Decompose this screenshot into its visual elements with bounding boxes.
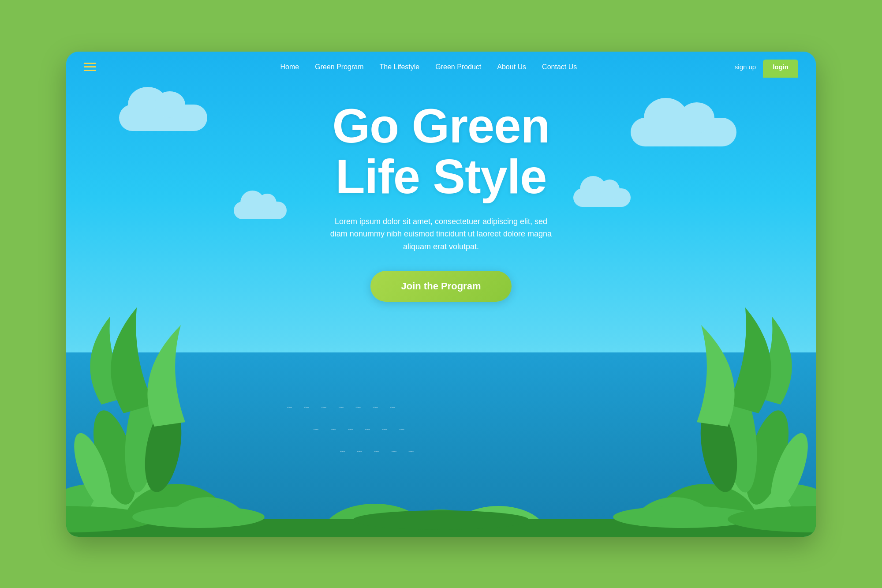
water-waves-1: ~ ~ ~ ~ ~ ~ ~ [287,402,400,413]
sea-background [66,352,816,537]
nav-links: Home Green Program The Lifestyle Green P… [123,63,735,71]
nav-the-lifestyle[interactable]: The Lifestyle [380,63,420,71]
nav-home[interactable]: Home [280,63,299,71]
hero-description: Lorem ipsum dolor sit amet, consectetuer… [326,215,556,253]
login-button[interactable]: login [763,60,798,74]
nav-auth: sign up login [735,60,798,74]
page-wrapper: Home Green Program The Lifestyle Green P… [66,52,816,537]
water-waves-3: ~ ~ ~ ~ ~ [340,446,419,457]
signup-link[interactable]: sign up [735,63,756,71]
nav-green-product[interactable]: Green Product [435,63,481,71]
hamburger-menu[interactable] [84,63,96,71]
hero-content: Go Green Life Style Lorem ipsum dolor si… [66,100,816,302]
main-card: Home Green Program The Lifestyle Green P… [66,52,816,537]
navbar: Home Green Program The Lifestyle Green P… [66,52,816,82]
nav-about-us[interactable]: About Us [497,63,526,71]
nav-contact-us[interactable]: Contact Us [542,63,577,71]
hero-title: Go Green Life Style [332,100,549,202]
nav-green-program[interactable]: Green Program [315,63,363,71]
join-program-button[interactable]: Join the Program [370,271,512,302]
water-waves-2: ~ ~ ~ ~ ~ ~ [313,424,409,435]
